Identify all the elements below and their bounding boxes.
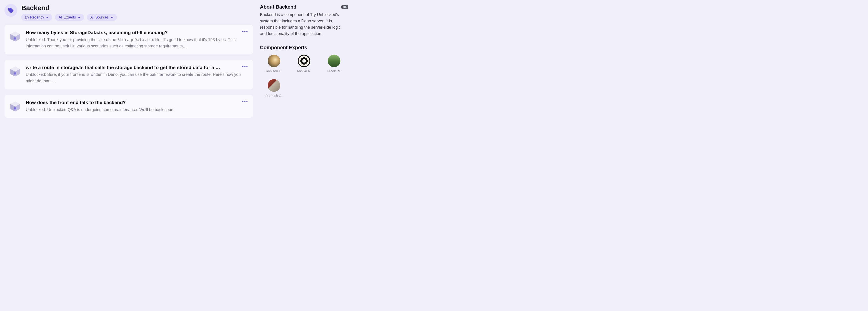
qa-card[interactable]: How does the front end talk to the backe… [4, 95, 253, 118]
qa-card[interactable]: write a route in storage.ts that calls t… [4, 60, 253, 90]
sidebar: About Backend ML Backend is a component … [260, 4, 348, 98]
avatar [268, 79, 280, 92]
experts-title: Component Experts [260, 45, 348, 50]
qa-card-snippet: Unblocked: Thank you for providing the s… [26, 37, 247, 49]
ml-badge: ML [341, 5, 348, 9]
expert-item[interactable]: Jackson H. [260, 55, 288, 73]
qa-card-snippet: Unblocked: Sure, if your frontend is wri… [26, 72, 247, 84]
expert-name: Annika R. [297, 69, 311, 73]
experts-grid: Jackson H. Annika R. Nicole N. Ramesh G. [260, 55, 348, 98]
tag-icon [4, 4, 17, 17]
svg-rect-14 [14, 107, 16, 109]
filter-experts[interactable]: All Experts [55, 14, 84, 21]
filter-recency[interactable]: By Recency [21, 14, 52, 21]
qa-card-title: How does the front end talk to the backe… [26, 100, 247, 105]
filter-sources[interactable]: All Sources [87, 14, 117, 21]
cube-icon [9, 31, 21, 42]
qa-card[interactable]: How many bytes is StorageData.tsx, assum… [4, 25, 253, 55]
about-text: Backend is a component of Try Unblocked'… [260, 12, 348, 37]
filter-label: All Experts [59, 15, 76, 20]
expert-name: Ramesh G. [266, 94, 283, 98]
about-title: About Backend [260, 4, 296, 10]
expert-item[interactable]: Ramesh G. [260, 79, 288, 98]
expert-name: Jackson H. [266, 69, 282, 73]
chevron-down-icon [111, 16, 113, 19]
avatar [328, 55, 340, 67]
page-title: Backend [21, 4, 253, 12]
expert-item[interactable]: Nicole N. [320, 55, 348, 73]
more-menu-icon[interactable]: ••• [242, 29, 248, 33]
qa-card-snippet: Unblocked: Unblocked Q&A is undergoing s… [26, 106, 247, 113]
filter-bar: By Recency All Experts All Sources [21, 14, 253, 21]
avatar [268, 55, 280, 67]
page-header: Backend By Recency All Experts All Sourc… [4, 4, 253, 21]
filter-label: All Sources [90, 15, 109, 20]
cube-icon [9, 66, 21, 77]
chevron-down-icon [46, 16, 49, 19]
filter-label: By Recency [25, 15, 44, 20]
svg-rect-4 [14, 37, 16, 39]
cube-icon [9, 101, 21, 112]
more-menu-icon[interactable]: ••• [242, 64, 248, 68]
qa-card-title: How many bytes is StorageData.tsx, assum… [26, 30, 247, 35]
expert-item[interactable]: Annika R. [290, 55, 318, 73]
avatar [298, 55, 310, 67]
chevron-down-icon [78, 16, 81, 19]
svg-rect-9 [14, 72, 16, 74]
expert-name: Nicole N. [327, 69, 341, 73]
qa-card-title: write a route in storage.ts that calls t… [26, 65, 247, 70]
more-menu-icon[interactable]: ••• [242, 99, 248, 103]
